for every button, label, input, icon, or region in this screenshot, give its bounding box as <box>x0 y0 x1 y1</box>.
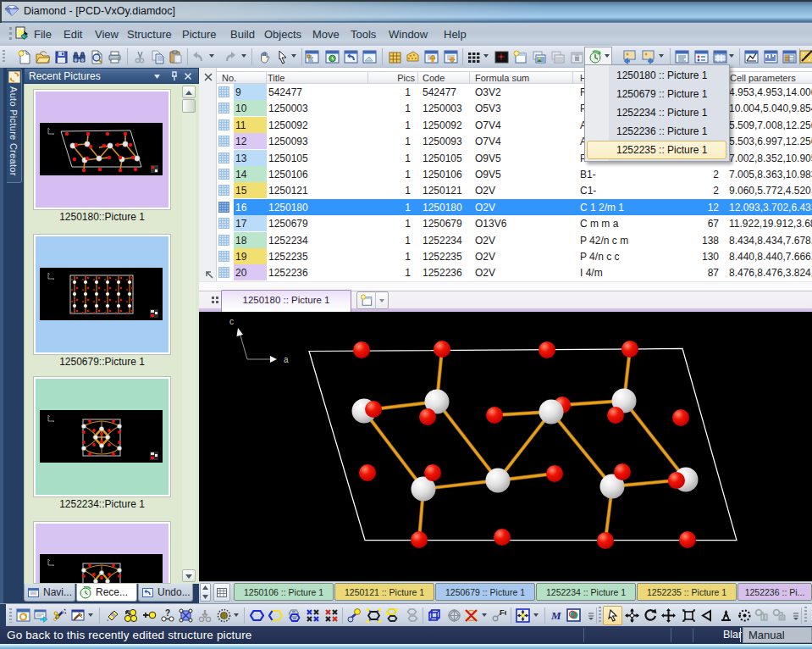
svg-text:M: M <box>550 609 561 622</box>
svg-text:?: ? <box>165 608 170 618</box>
svg-text:a: a <box>284 355 289 364</box>
svg-text:c: c <box>229 317 234 326</box>
svg-text:Fe: Fe <box>500 608 506 617</box>
